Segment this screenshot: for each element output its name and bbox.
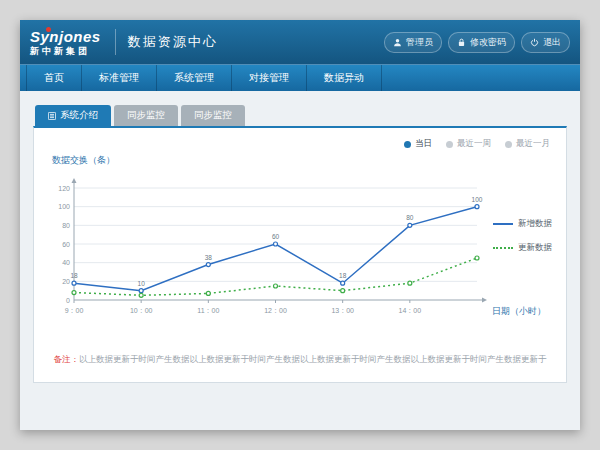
- chart-panel: 当日 最近一周 最近一月 数据交换（条） 0204060801001209：00…: [33, 126, 567, 383]
- content-area: 系统介绍 同步监控 同步监控 当日 最近一周 最近一月 数据交: [20, 91, 580, 430]
- svg-text:60: 60: [62, 241, 70, 248]
- list-icon: [48, 112, 56, 120]
- nav-item-connection-mgmt[interactable]: 对接管理: [232, 65, 307, 91]
- nav-item-data-change[interactable]: 数据异动: [307, 65, 382, 91]
- period-last-month[interactable]: 最近一月: [505, 138, 550, 150]
- nav-item-system-mgmt[interactable]: 系统管理: [157, 65, 232, 91]
- svg-text:38: 38: [205, 254, 213, 261]
- svg-text:40: 40: [62, 259, 70, 266]
- radio-dot-icon: [404, 141, 411, 148]
- user-icon: [393, 38, 402, 47]
- nav-item-standard-mgmt[interactable]: 标准管理: [82, 65, 157, 91]
- svg-text:80: 80: [62, 222, 70, 229]
- svg-text:10：00: 10：00: [130, 307, 153, 314]
- svg-text:100: 100: [472, 196, 483, 203]
- tab-sync-monitor-1[interactable]: 同步监控: [114, 105, 178, 126]
- y-axis-title: 数据交换（条）: [52, 154, 115, 167]
- line-chart: 0204060801001209：0010：0011：0012：0013：001…: [44, 174, 489, 326]
- nav-item-home[interactable]: 首页: [26, 65, 82, 91]
- svg-text:20: 20: [62, 278, 70, 285]
- footnote: 备注：以上数据更新于时间产生数据以上数据更新于时间产生数据以上数据更新于时间产生…: [34, 354, 566, 366]
- svg-text:18: 18: [70, 272, 78, 279]
- chart-wrapper: 0204060801001209：0010：0011：0012：0013：001…: [44, 174, 489, 330]
- legend-series-updated-data[interactable]: 更新数据: [493, 242, 552, 254]
- svg-text:18: 18: [339, 272, 347, 279]
- svg-text:9：00: 9：00: [65, 307, 84, 314]
- period-last-week[interactable]: 最近一周: [446, 138, 491, 150]
- series-legend: 新增数据 更新数据: [493, 218, 552, 254]
- svg-text:60: 60: [272, 233, 280, 240]
- tab-system-intro[interactable]: 系统介绍: [35, 105, 111, 126]
- header-divider: [115, 29, 116, 55]
- svg-text:10: 10: [138, 280, 146, 287]
- blue-line-icon: [493, 223, 513, 225]
- page-title: 数据资源中心: [128, 33, 218, 51]
- logo: Synjones 新中新集团: [30, 29, 113, 56]
- header-actions: 管理员 修改密码 退出: [384, 32, 570, 53]
- tab-sync-monitor-2[interactable]: 同步监控: [181, 105, 245, 126]
- change-password-button[interactable]: 修改密码: [448, 32, 515, 53]
- x-axis-title: 日期（小时）: [492, 305, 546, 318]
- svg-text:11：00: 11：00: [197, 307, 219, 314]
- main-nav: 首页 标准管理 系统管理 对接管理 数据异动: [20, 64, 580, 91]
- svg-text:0: 0: [66, 297, 70, 304]
- svg-text:80: 80: [406, 214, 414, 221]
- legend-series-new-data[interactable]: 新增数据: [493, 218, 552, 230]
- footnote-prefix: 备注：: [54, 354, 80, 364]
- tab-bar: 系统介绍 同步监控 同步监控: [35, 105, 567, 126]
- svg-text:12：00: 12：00: [264, 307, 287, 314]
- radio-dot-icon: [446, 141, 453, 148]
- logo-text: Synjones: [30, 29, 101, 44]
- logo-company-name: 新中新集团: [30, 47, 101, 56]
- period-filter: 当日 最近一周 最近一月: [404, 138, 550, 150]
- svg-text:120: 120: [58, 185, 70, 192]
- svg-text:14：00: 14：00: [399, 307, 422, 314]
- svg-text:100: 100: [58, 203, 70, 210]
- app-header: Synjones 新中新集团 数据资源中心 管理员 修改密码: [20, 20, 580, 64]
- app-window: Synjones 新中新集团 数据资源中心 管理员 修改密码: [20, 20, 580, 430]
- footnote-text: 以上数据更新于时间产生数据以上数据更新于时间产生数据以上数据更新于时间产生数据以…: [79, 354, 547, 364]
- period-today[interactable]: 当日: [404, 138, 432, 150]
- power-icon: [530, 38, 539, 47]
- green-dotted-line-icon: [493, 247, 513, 249]
- logo-red-dot-icon: [46, 27, 51, 32]
- lock-icon: [457, 38, 466, 47]
- svg-text:13：00: 13：00: [331, 307, 354, 314]
- logout-button[interactable]: 退出: [521, 32, 570, 53]
- radio-dot-icon: [505, 141, 512, 148]
- user-button[interactable]: 管理员: [384, 32, 442, 53]
